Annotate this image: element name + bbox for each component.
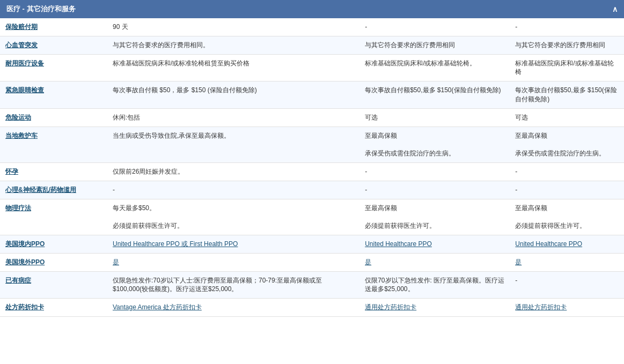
cell-text: 至最高保额	[365, 132, 397, 139]
cell-text: 与其它符合要求的医疗费用相同。	[113, 41, 209, 49]
section-title: 医疗 - 其它治疗和服务	[6, 4, 76, 14]
row-label[interactable]: 当地救护车	[0, 127, 107, 162]
row-cell-1: 标准基础医院病床和/或标准轮椅租赁至购买价格	[107, 54, 359, 81]
cell-link[interactable]: 是	[515, 258, 522, 266]
cell-text: 每天最多$50。	[113, 204, 156, 212]
cell-text: 承保受伤或需住院治疗的生病。	[365, 150, 455, 157]
row-cell-3: -	[510, 271, 624, 299]
cell-link[interactable]: United Healthcare PPO 或 First Health PPO	[113, 240, 238, 248]
row-cell-3: United Healthcare PPO	[510, 235, 624, 253]
cell-link[interactable]: Vantage America 处方药折扣卡	[113, 303, 202, 311]
cell-text: 每次事故自付额$50,最多 $150(保险自付额免除)	[515, 86, 616, 103]
row-cell-3: 至最高保额承保受伤或需住院治疗的生病。	[510, 127, 624, 162]
cell-text: 必须提前获得医生许可。	[365, 222, 436, 229]
row-label[interactable]: 耐用医疗设备	[0, 54, 107, 81]
row-cell-1: 当生病或受伤导致住院,承保至最高保额。	[107, 127, 359, 162]
table-row: 保险赔付期90 天--	[0, 18, 624, 36]
benefits-table: 保险赔付期90 天--心血管突发与其它符合要求的医疗费用相同。与其它符合要求的医…	[0, 18, 624, 317]
table-row: 美国境外PPO是是是	[0, 253, 624, 271]
cell-text: 仅限急性发作:70岁以下人士:医疗费用至最高保额；70-79:至最高保额或至$1…	[113, 277, 322, 293]
cell-text: 每次事故自付额$50,最多 $150(保险自付额免除)	[365, 86, 501, 94]
table-row: 已有病症仅限急性发作:70岁以下人士:医疗费用至最高保额；70-79:至最高保额…	[0, 271, 624, 299]
row-label[interactable]: 物理疗法	[0, 199, 107, 235]
row-cell-3: 可选	[510, 108, 624, 127]
cell-text: 仅限前26周妊娠并发症。	[113, 168, 184, 175]
row-cell-3: 标准基础医院病床和/或标准基础轮椅	[510, 54, 624, 81]
row-cell-2: United Healthcare PPO	[359, 235, 510, 253]
row-cell-3: 至最高保额必须提前获得医生许可。	[510, 199, 624, 235]
cell-link[interactable]: 是	[113, 258, 119, 266]
table-row: 美国境内PPOUnited Healthcare PPO 或 First Hea…	[0, 235, 624, 253]
row-label[interactable]: 怀孕	[0, 162, 107, 181]
row-cell-2: 仅限70岁以下急性发作: 医疗至最高保额。医疗运送最多$25,000。	[359, 271, 510, 299]
cell-text: 可选	[365, 114, 378, 121]
row-label[interactable]: 美国境内PPO	[0, 235, 107, 253]
table-row: 心血管突发与其它符合要求的医疗费用相同。与其它符合要求的医疗费用相同与其它符合要…	[0, 36, 624, 54]
row-cell-3: 每次事故自付额$50,最多 $150(保险自付额免除)	[510, 81, 624, 109]
table-row: 怀孕仅限前26周妊娠并发症。--	[0, 162, 624, 181]
row-cell-3: 通用处方药折扣卡	[510, 299, 624, 317]
cell-text: 每次事故自付额 $50，最多 $150 (保险自付额免除)	[113, 86, 257, 94]
table-row: 物理疗法每天最多$50。必须提前获得医生许可。至最高保额必须提前获得医生许可。至…	[0, 199, 624, 235]
row-cell-3: 是	[510, 253, 624, 271]
row-label[interactable]: 处方药折扣卡	[0, 299, 107, 317]
cell-text: -	[515, 168, 517, 175]
cell-text: -	[515, 277, 517, 284]
row-cell-2: 可选	[359, 108, 510, 127]
cell-text: 标准基础医院病床和/或标准轮椅租赁至购买价格	[113, 60, 249, 67]
cell-text: 必须提前获得医生许可。	[515, 222, 586, 229]
cell-text: 与其它符合要求的医疗费用相同	[365, 41, 455, 49]
cell-text: 标准基础医院病床和/或标准基础轮椅。	[365, 60, 476, 67]
cell-text: -	[365, 23, 367, 31]
row-cell-2: 每次事故自付额$50,最多 $150(保险自付额免除)	[359, 81, 510, 109]
row-cell-1: 与其它符合要求的医疗费用相同。	[107, 36, 359, 54]
row-cell-1: -	[107, 181, 359, 199]
row-cell-2: 标准基础医院病床和/或标准基础轮椅。	[359, 54, 510, 81]
cell-text: -	[365, 186, 367, 194]
cell-text: -	[515, 186, 517, 194]
cell-link[interactable]: United Healthcare PPO	[365, 240, 432, 248]
row-label[interactable]: 美国境外PPO	[0, 253, 107, 271]
row-cell-1: Vantage America 处方药折扣卡	[107, 299, 359, 317]
row-label[interactable]: 心血管突发	[0, 36, 107, 54]
row-cell-3: -	[510, 162, 624, 181]
row-cell-2: 至最高保额必须提前获得医生许可。	[359, 199, 510, 235]
cell-text: 承保受伤或需住院治疗的生病。	[515, 150, 605, 157]
row-cell-1: 仅限急性发作:70岁以下人士:医疗费用至最高保额；70-79:至最高保额或至$1…	[107, 271, 359, 299]
cell-link[interactable]: 通用处方药折扣卡	[365, 303, 416, 311]
cell-link[interactable]: 是	[365, 258, 371, 266]
row-label[interactable]: 紧急眼睛检查	[0, 81, 107, 109]
cell-text: 可选	[515, 114, 528, 121]
row-cell-3: 与其它符合要求的医疗费用相同	[510, 36, 624, 54]
cell-text: 标准基础医院病床和/或标准基础轮椅	[515, 60, 613, 76]
cell-text: 必须提前获得医生许可。	[113, 222, 183, 229]
row-label[interactable]: 心理&神经紊乱/药物滥用	[0, 181, 107, 199]
row-cell-1: 每次事故自付额 $50，最多 $150 (保险自付额免除)	[107, 81, 359, 109]
row-cell-3: -	[510, 18, 624, 36]
row-cell-2: 通用处方药折扣卡	[359, 299, 510, 317]
row-cell-2: 至最高保额承保受伤或需住院治疗的生病。	[359, 127, 510, 162]
row-label[interactable]: 保险赔付期	[0, 18, 107, 36]
cell-text: 仅限70岁以下急性发作: 医疗至最高保额。医疗运送最多$25,000。	[365, 277, 504, 293]
collapse-icon[interactable]: ∧	[612, 5, 618, 13]
row-cell-1: 休闲:包括	[107, 108, 359, 127]
table-row: 心理&神经紊乱/药物滥用---	[0, 181, 624, 199]
cell-text: 当生病或受伤导致住院,承保至最高保额。	[113, 132, 230, 139]
row-label[interactable]: 已有病症	[0, 271, 107, 299]
row-label[interactable]: 危险运动	[0, 108, 107, 127]
row-cell-2: 是	[359, 253, 510, 271]
cell-text: 至最高保额	[515, 132, 547, 139]
row-cell-1: 90 天	[107, 18, 359, 36]
cell-link[interactable]: United Healthcare PPO	[515, 240, 582, 248]
table-row: 危险运动休闲:包括可选可选	[0, 108, 624, 127]
cell-text: 90 天	[113, 23, 128, 31]
cell-text: 至最高保额	[365, 204, 397, 212]
table-row: 当地救护车当生病或受伤导致住院,承保至最高保额。至最高保额承保受伤或需住院治疗的…	[0, 127, 624, 162]
cell-text: 休闲:包括	[113, 114, 140, 121]
row-cell-1: 是	[107, 253, 359, 271]
row-cell-2: 与其它符合要求的医疗费用相同	[359, 36, 510, 54]
table-row: 紧急眼睛检查每次事故自付额 $50，最多 $150 (保险自付额免除)每次事故自…	[0, 81, 624, 109]
cell-text: -	[515, 23, 517, 31]
cell-link[interactable]: 通用处方药折扣卡	[515, 303, 567, 311]
row-cell-2: -	[359, 162, 510, 181]
